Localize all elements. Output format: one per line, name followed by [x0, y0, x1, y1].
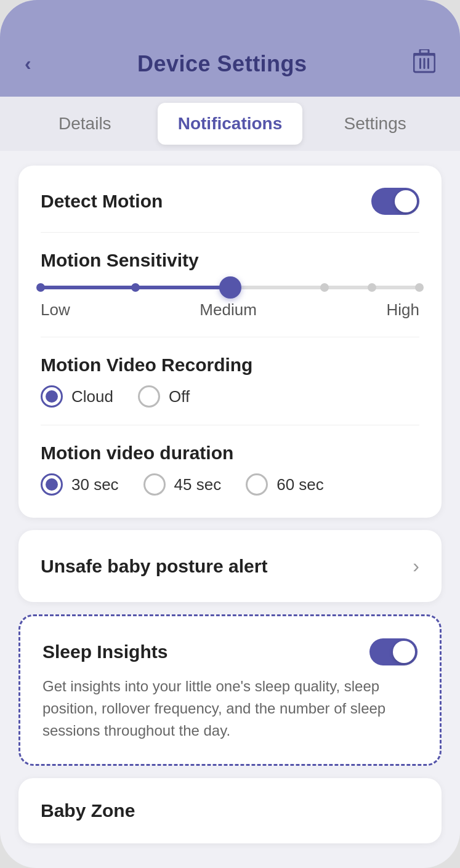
phone-frame: ‹ Device Settings Details Notifications … — [0, 0, 460, 868]
slider-track — [41, 286, 419, 289]
slider-labels: Low Medium High — [41, 300, 419, 319]
radio-60sec[interactable]: 60 sec — [246, 473, 324, 496]
back-button[interactable]: ‹ — [25, 52, 31, 75]
posture-alert-card[interactable]: Unsafe baby posture alert › — [18, 530, 442, 602]
slider-label-low: Low — [41, 300, 70, 319]
radio-45sec[interactable]: 45 sec — [143, 473, 222, 496]
radio-off[interactable]: Off — [138, 385, 190, 408]
detect-motion-toggle[interactable] — [371, 188, 419, 215]
sleep-toggle-knob — [393, 641, 415, 663]
radio-60sec-circle — [246, 473, 268, 496]
radio-cloud-label: Cloud — [71, 387, 113, 406]
toggle-knob — [395, 190, 417, 212]
video-recording-label: Motion Video Recording — [41, 355, 419, 376]
baby-zone-card: Baby Zone — [18, 778, 442, 843]
sensitivity-slider[interactable] — [41, 286, 419, 289]
main-content: Detect Motion Motion Sensitivity — [0, 151, 460, 868]
radio-60sec-label: 60 sec — [276, 475, 324, 494]
radio-30sec-label: 30 sec — [71, 475, 119, 494]
tab-settings[interactable]: Settings — [302, 103, 448, 145]
video-recording-options: Cloud Off — [41, 385, 419, 408]
svg-rect-5 — [420, 49, 429, 54]
posture-alert-label: Unsafe baby posture alert — [41, 556, 267, 577]
tabs-container: Details Notifications Settings — [0, 97, 460, 151]
radio-off-label: Off — [169, 387, 190, 406]
motion-card: Detect Motion Motion Sensitivity — [18, 166, 442, 518]
posture-alert-chevron: › — [413, 555, 419, 577]
radio-30sec-circle — [41, 473, 63, 496]
duration-options: 30 sec 45 sec 60 sec — [41, 473, 419, 496]
slider-dot-4 — [320, 283, 329, 292]
sleep-insights-label: Sleep Insights — [42, 641, 167, 662]
radio-cloud-circle — [41, 385, 63, 408]
radio-cloud[interactable]: Cloud — [41, 385, 113, 408]
video-recording-section: Motion Video Recording Cloud Off — [41, 355, 419, 408]
radio-off-circle — [138, 385, 160, 408]
page-title: Device Settings — [137, 51, 307, 77]
slider-label-medium: Medium — [200, 300, 256, 319]
tab-notifications[interactable]: Notifications — [158, 103, 303, 145]
slider-dot-6 — [415, 283, 424, 292]
video-duration-section: Motion video duration 30 sec 45 sec 60 s… — [41, 443, 419, 496]
motion-sensitivity-section: Motion Sensitivity Low Medium — [41, 250, 419, 319]
radio-45sec-label: 45 sec — [174, 475, 222, 494]
sleep-insights-row: Sleep Insights — [42, 638, 418, 665]
detect-motion-row: Detect Motion — [41, 188, 419, 215]
slider-dot-1 — [36, 283, 45, 292]
header-bar: ‹ Device Settings — [0, 37, 460, 97]
sleep-insights-description: Get insights into your little one's slee… — [42, 675, 418, 742]
svg-rect-3 — [427, 58, 429, 69]
divider-3 — [41, 425, 419, 425]
baby-zone-label: Baby Zone — [41, 800, 419, 821]
sleep-insights-toggle[interactable] — [369, 638, 418, 665]
slider-dot-5 — [368, 283, 376, 292]
divider-1 — [41, 232, 419, 233]
sensitivity-label: Motion Sensitivity — [41, 250, 419, 271]
tab-details[interactable]: Details — [12, 103, 158, 145]
delete-button[interactable] — [413, 49, 435, 78]
slider-dot-2 — [131, 283, 140, 292]
svg-rect-1 — [419, 58, 421, 69]
svg-rect-2 — [423, 58, 425, 69]
posture-alert-row: Unsafe baby posture alert › — [41, 552, 419, 580]
radio-45sec-circle — [143, 473, 166, 496]
detect-motion-label: Detect Motion — [41, 191, 163, 212]
slider-label-high: High — [387, 300, 419, 319]
slider-thumb[interactable] — [219, 276, 241, 299]
divider-2 — [41, 337, 419, 337]
video-duration-label: Motion video duration — [41, 443, 419, 464]
header-background: ‹ Device Settings Details Notifications … — [0, 0, 460, 151]
sleep-insights-card: Sleep Insights Get insights into your li… — [18, 614, 442, 766]
radio-30sec[interactable]: 30 sec — [41, 473, 119, 496]
